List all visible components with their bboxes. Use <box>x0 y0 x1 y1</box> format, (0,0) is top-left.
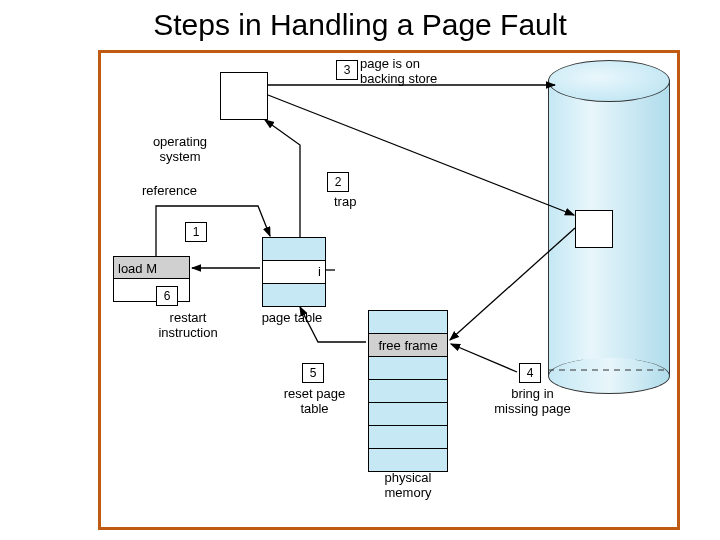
arrows-layer <box>0 0 720 540</box>
svg-line-3 <box>450 228 575 340</box>
svg-line-4 <box>268 95 574 215</box>
svg-line-6 <box>451 344 517 372</box>
